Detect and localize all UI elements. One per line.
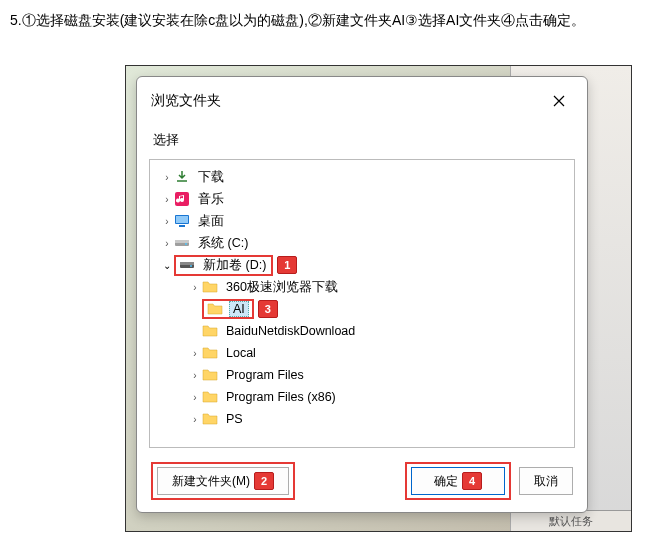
tree-label: 桌面: [196, 213, 226, 230]
tree-label: Local: [224, 346, 258, 360]
annotation-highlight-3: AI: [202, 299, 254, 319]
download-icon: [174, 169, 190, 185]
folder-icon: [202, 279, 218, 295]
tree-label: Program Files (x86): [224, 390, 338, 404]
tree-item-downloads[interactable]: › 下载: [152, 166, 572, 188]
tree-item-local[interactable]: › Local: [152, 342, 572, 364]
folder-tree[interactable]: › 下载 › 音乐 › 桌面 › 系统 (C:): [149, 159, 575, 448]
tree-item-ps[interactable]: › PS: [152, 408, 572, 430]
expand-icon[interactable]: ›: [160, 194, 174, 205]
button-label: 新建文件夹(M): [172, 473, 250, 490]
annotation-badge-1: 1: [277, 256, 297, 274]
svg-point-9: [190, 265, 192, 267]
annotation-highlight-2: 新建文件夹(M) 2: [151, 462, 295, 500]
instruction-text: 5.①选择磁盘安装(建议安装在除c盘以为的磁盘),②新建文件夹AI③选择AI文件…: [0, 0, 656, 41]
annotation-highlight-1: 新加卷 (D:): [174, 255, 273, 276]
annotation-highlight-4: 确定 4: [405, 462, 511, 500]
expand-icon[interactable]: ›: [188, 282, 202, 293]
folder-icon: [202, 411, 218, 427]
ok-button[interactable]: 确定 4: [411, 467, 505, 495]
annotation-badge-2: 2: [254, 472, 274, 490]
expand-icon[interactable]: ›: [188, 392, 202, 403]
expand-icon[interactable]: ›: [188, 370, 202, 381]
dialog-titlebar: 浏览文件夹: [137, 77, 587, 125]
tree-item-desktop[interactable]: › 桌面: [152, 210, 572, 232]
new-folder-button[interactable]: 新建文件夹(M) 2: [157, 467, 289, 495]
expand-icon[interactable]: ›: [188, 414, 202, 425]
expand-icon[interactable]: ›: [160, 238, 174, 249]
expand-icon[interactable]: ›: [188, 348, 202, 359]
tree-item-pf[interactable]: › Program Files: [152, 364, 572, 386]
svg-rect-2: [176, 216, 188, 223]
annotation-badge-4: 4: [462, 472, 482, 490]
drive-icon: [174, 235, 190, 251]
tree-label: 360极速浏览器下载: [224, 279, 340, 296]
annotation-badge-3: 3: [258, 300, 278, 318]
music-icon: [174, 191, 190, 207]
drive-icon: [179, 257, 195, 273]
tree-label: AI: [229, 301, 249, 317]
svg-rect-3: [179, 225, 185, 227]
close-button[interactable]: [545, 87, 573, 115]
tree-label: Program Files: [224, 368, 306, 382]
dialog-subtitle: 选择: [137, 125, 587, 159]
background-footer: 默认任务: [511, 510, 631, 531]
svg-rect-5: [175, 240, 189, 243]
dialog-title: 浏览文件夹: [151, 92, 221, 110]
button-label: 确定: [434, 473, 458, 490]
folder-icon: [202, 389, 218, 405]
tree-item-ai[interactable]: AI 3: [152, 298, 572, 320]
svg-point-6: [185, 243, 187, 245]
browse-folder-dialog: 浏览文件夹 选择 › 下载 › 音乐 ›: [136, 76, 588, 513]
background-installer: 默认任务 浏览文件夹 选择 › 下载 › 音乐: [125, 65, 632, 532]
tree-label: 音乐: [196, 191, 226, 208]
tree-item-ddrive[interactable]: ⌄ 新加卷 (D:) 1: [152, 254, 572, 276]
svg-rect-8: [180, 262, 194, 265]
tree-label: 下载: [196, 169, 226, 186]
tree-label: 新加卷 (D:): [201, 257, 268, 274]
expand-icon[interactable]: ›: [160, 172, 174, 183]
tree-item-music[interactable]: › 音乐: [152, 188, 572, 210]
tree-label: PS: [224, 412, 245, 426]
folder-icon: [202, 345, 218, 361]
page-root: 5.①选择磁盘安装(建议安装在除c盘以为的磁盘),②新建文件夹AI③选择AI文件…: [0, 0, 656, 537]
tree-item-baidu[interactable]: BaiduNetdiskDownload: [152, 320, 572, 342]
cancel-button[interactable]: 取消: [519, 467, 573, 495]
folder-icon: [202, 367, 218, 383]
tree-item-browser[interactable]: › 360极速浏览器下载: [152, 276, 572, 298]
tree-label: 系统 (C:): [196, 235, 250, 252]
tree-label: BaiduNetdiskDownload: [224, 324, 357, 338]
tree-item-pf86[interactable]: › Program Files (x86): [152, 386, 572, 408]
collapse-icon[interactable]: ⌄: [160, 260, 174, 271]
folder-icon: [207, 301, 223, 317]
button-label: 取消: [534, 473, 558, 490]
desktop-icon: [174, 213, 190, 229]
tree-item-cdrive[interactable]: › 系统 (C:): [152, 232, 572, 254]
folder-icon: [202, 323, 218, 339]
dialog-button-bar: 新建文件夹(M) 2 确定 4 取消: [137, 448, 587, 512]
expand-icon[interactable]: ›: [160, 216, 174, 227]
close-icon: [553, 95, 565, 107]
